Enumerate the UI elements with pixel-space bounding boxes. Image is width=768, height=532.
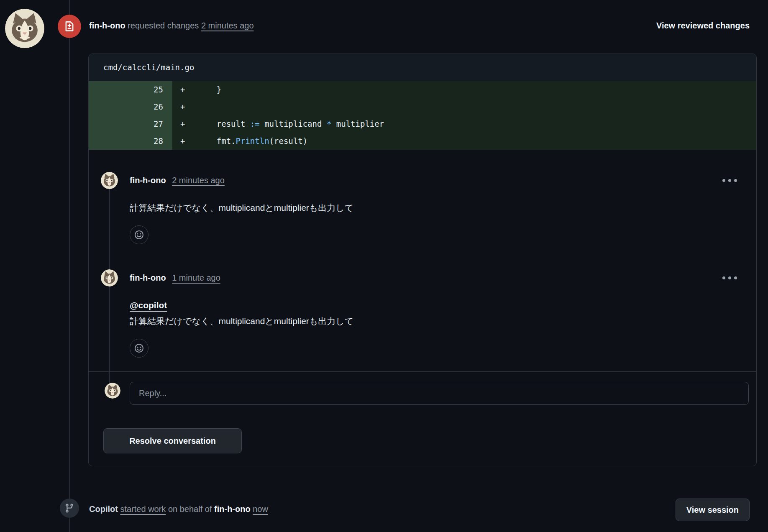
code-token: } xyxy=(197,85,221,94)
code-token: * xyxy=(327,119,331,128)
diff-addition-sign: + xyxy=(172,133,192,150)
event-actor: Copilot xyxy=(89,504,118,514)
comment-timestamp-link[interactable]: 1 minute ago xyxy=(172,273,220,282)
kebab-icon xyxy=(722,276,725,279)
reply-input[interactable] xyxy=(130,382,749,405)
avatar xyxy=(105,383,120,399)
code-token: (result) xyxy=(269,136,308,146)
review-timestamp-link[interactable]: 2 minutes ago xyxy=(201,21,254,30)
diff-addition-sign: + xyxy=(172,81,192,98)
event-timestamp-link[interactable]: now xyxy=(253,504,268,514)
diff-code xyxy=(192,98,756,115)
diff-code: result := multiplicand * multiplier xyxy=(192,115,756,133)
diff-addition-sign: + xyxy=(172,98,192,115)
add-reaction-button[interactable] xyxy=(130,339,148,358)
diff-addition-sign: + xyxy=(172,115,192,133)
started-work-link[interactable]: started work xyxy=(120,504,166,514)
diff-line[interactable]: 25+ } xyxy=(89,81,756,98)
review-author: fin-h-ono xyxy=(89,21,125,30)
event-user: fin-h-ono xyxy=(214,504,251,514)
file-path-header[interactable]: cmd/calccli/main.go xyxy=(89,54,756,81)
code-token: multiplicand xyxy=(260,119,327,128)
comment-author[interactable]: fin-h-ono xyxy=(130,273,166,282)
diff-line-number: 27 xyxy=(89,115,172,133)
event-connector: on behalf of xyxy=(168,504,212,514)
copilot-mention-link[interactable]: @copilot xyxy=(130,300,167,310)
code-token: := xyxy=(250,119,260,128)
cat-avatar-icon xyxy=(105,383,120,399)
timeline-event-text: Copilot started work on behalf of fin-h-… xyxy=(89,499,268,519)
cat-avatar-icon xyxy=(101,269,118,286)
view-reviewed-changes-link[interactable]: View reviewed changes xyxy=(656,18,750,33)
timeline-line xyxy=(69,0,70,532)
diff-line[interactable]: 28+ fmt.Println(result) xyxy=(89,133,756,150)
file-path: cmd/calccli/main.go xyxy=(103,63,194,72)
code-token: fmt. xyxy=(197,136,236,146)
add-reaction-button[interactable] xyxy=(130,225,148,244)
avatar[interactable] xyxy=(101,269,118,286)
smiley-icon xyxy=(134,230,144,240)
diff-line-number: 28 xyxy=(89,133,172,150)
comment-body: 計算結果だけでなく、multiplicandとmultiplierも出力して xyxy=(130,201,727,215)
pr-review-thread-page: { "colors": { "page_bg": "#0d1117", "car… xyxy=(0,0,768,532)
timeline-event-badge xyxy=(60,499,79,518)
diff-line[interactable]: 27+ result := multiplicand * multiplier xyxy=(89,115,756,133)
comment-header: fin-h-ono 1 minute ago xyxy=(130,269,727,286)
file-diff-icon xyxy=(63,20,76,33)
comment-mention-line: @copilot xyxy=(130,298,727,312)
reply-row xyxy=(89,372,756,405)
code-token: Println xyxy=(236,136,269,146)
comment-header: fin-h-ono 2 minutes ago xyxy=(130,172,727,189)
review-header: fin-h-ono requested changes 2 minutes ag… xyxy=(89,18,254,33)
view-session-button[interactable]: View session xyxy=(676,499,750,521)
diff-line-number: 25 xyxy=(89,81,172,98)
resolve-conversation-button[interactable]: Resolve conversation xyxy=(103,428,242,453)
code-token: multiplier xyxy=(331,119,384,128)
comment-author[interactable]: fin-h-ono xyxy=(130,176,166,185)
review-comment: fin-h-ono 2 minutes ago 計算結果だけでなく、multip… xyxy=(89,172,756,244)
cat-avatar-icon xyxy=(101,172,118,189)
diff-code: fmt.Println(result) xyxy=(192,133,756,150)
diff-line-number: 26 xyxy=(89,98,172,115)
comment-body: 計算結果だけでなく、multiplicandとmultiplierも出力して xyxy=(130,314,727,328)
requested-changes-badge xyxy=(58,15,81,38)
avatar[interactable] xyxy=(5,9,44,48)
review-thread-card: cmd/calccli/main.go 25+ }26+27+ result :… xyxy=(88,54,757,466)
code-token: result xyxy=(197,119,250,128)
diff-code: } xyxy=(192,81,756,98)
cat-avatar-icon xyxy=(5,9,44,48)
comment-timestamp-link[interactable]: 2 minutes ago xyxy=(172,176,225,185)
comment-options-button[interactable] xyxy=(718,270,741,285)
diff-line[interactable]: 26+ xyxy=(89,98,756,115)
diff-table: 25+ }26+27+ result := multiplicand * mul… xyxy=(89,81,756,150)
comment-options-button[interactable] xyxy=(718,173,741,188)
review-action: requested changes xyxy=(128,21,199,30)
git-branch-icon xyxy=(64,503,74,513)
review-comment: fin-h-ono 1 minute ago @copilot 計算結果だけでな… xyxy=(89,269,756,358)
kebab-icon xyxy=(722,179,725,182)
smiley-icon xyxy=(134,343,144,353)
avatar[interactable] xyxy=(101,172,118,189)
